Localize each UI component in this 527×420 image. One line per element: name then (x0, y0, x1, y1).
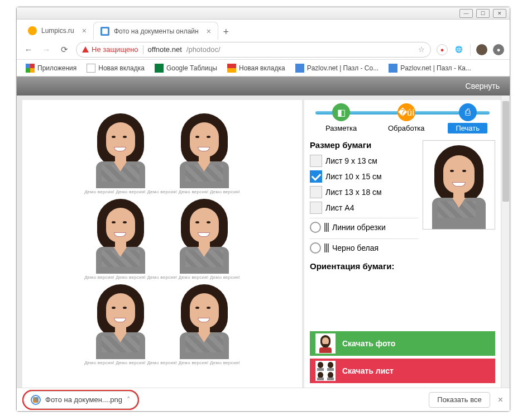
sliders-icon: �úí (397, 103, 415, 121)
watermark-text: Демо версия! Демо версия! Демо версия! Д… (79, 359, 246, 366)
scrollbar[interactable] (501, 96, 510, 388)
settings-panel: ◧Разметка �úíОбработка ⎙Печать Размер бу… (304, 100, 501, 388)
photo-grid: Демо версия! Демо версия! Демо версия! Д… (79, 110, 246, 366)
step-process[interactable]: �úíОбработка (380, 103, 433, 133)
checkbox[interactable] (310, 186, 322, 198)
url-host: offnote.net (148, 45, 182, 54)
close-icon[interactable]: × (498, 395, 503, 405)
radio-off[interactable] (310, 242, 321, 254)
star-icon[interactable]: ☆ (418, 45, 425, 54)
tab-photodoc[interactable]: Фото на документы онлайн × (93, 22, 218, 40)
reload-button[interactable]: ⟳ (58, 44, 70, 56)
bars-icon (324, 244, 329, 252)
ya-icon (227, 64, 236, 73)
show-all-button[interactable]: Показать все (429, 392, 490, 408)
tab-lumpics[interactable]: Lumpics.ru × (21, 22, 93, 40)
new-tab-button[interactable]: + (218, 24, 234, 40)
window-titlebar: — ☐ ✕ (17, 7, 510, 20)
downloads-right: Показать все × (429, 392, 503, 408)
bookmark-item[interactable]: Pazlov.net | Пазл - Ка... (385, 62, 475, 74)
photo-thumb-icon (315, 333, 336, 354)
close-window-button[interactable]: ✕ (493, 9, 506, 18)
bw-toggle[interactable]: Черно белая (310, 238, 418, 257)
browser-window: — ☐ ✕ Lumpics.ru × Фото на документы онл… (16, 7, 510, 412)
page-icon (87, 64, 95, 73)
bookmark-item[interactable]: Google Таблицы (151, 62, 221, 74)
download-item[interactable]: Фото на докумен....png ˄ (23, 391, 138, 409)
print-icon: ⎙ (459, 103, 477, 121)
toolbar: ← → ⟳ Не защищено offnote.net/photodoc/ … (17, 40, 510, 60)
size-option[interactable]: Лист 9 x 13 см (310, 153, 418, 169)
puzzle-icon (295, 64, 304, 73)
size-option[interactable]: Лист A4 (310, 200, 418, 216)
photo-cell (87, 281, 154, 359)
extension-icon[interactable]: ● (437, 44, 448, 55)
tab-title: Lumpics.ru (41, 27, 74, 35)
radio-off[interactable] (310, 222, 321, 233)
chevron-up-icon[interactable]: ˄ (127, 395, 131, 404)
app-main: Демо версия! Демо версия! Демо версия! Д… (17, 96, 510, 388)
scroll-thumb[interactable] (502, 101, 509, 202)
close-tab-icon[interactable]: × (207, 27, 211, 36)
file-icon (31, 395, 41, 405)
forward-button[interactable]: → (40, 44, 52, 56)
favicon-icon (28, 26, 37, 35)
cutlines-toggle[interactable]: Линии обрезки (310, 218, 418, 236)
address-bar[interactable]: Не защищено offnote.net/photodoc/ ☆ (76, 42, 431, 58)
photo-cell (87, 195, 154, 274)
bookmark-apps[interactable]: Приложения (22, 62, 80, 74)
size-option[interactable]: Лист 10 x 15 см (310, 169, 418, 184)
sheet-thumb-icon (315, 361, 336, 381)
watermark-text: Демо версия! Демо версия! Демо версия! Д… (79, 188, 246, 195)
panel-body: Размер бумаги Лист 9 x 13 см Лист 10 x 1… (304, 136, 501, 328)
photo-cell (171, 281, 238, 359)
close-tab-icon[interactable]: × (82, 26, 87, 35)
app-title: Фото на документы (25, 99, 105, 109)
download-sheet-button[interactable]: Скачать лист (310, 359, 495, 383)
downloads-bar: Фото на докумен....png ˄ Показать все × (17, 388, 510, 411)
bookmark-item[interactable]: Новая вкладка (224, 62, 289, 74)
photo-cell (171, 195, 238, 274)
maximize-button[interactable]: ☐ (476, 9, 490, 18)
photo-cell (171, 110, 238, 188)
steps-nav: ◧Разметка �úíОбработка ⎙Печать (304, 100, 501, 136)
action-buttons: Скачать фото Скачать лист (304, 328, 501, 388)
step-layout[interactable]: ◧Разметка (318, 103, 365, 133)
puzzle-icon (389, 64, 397, 73)
menu-separator (470, 44, 471, 55)
download-filename: Фото на докумен....png (45, 395, 122, 404)
checkbox[interactable] (310, 155, 322, 167)
paper-size-header: Размер бумаги (310, 140, 418, 150)
download-photo-button[interactable]: Скачать фото (310, 331, 495, 356)
checkbox-checked[interactable] (310, 170, 322, 183)
profile-avatar[interactable] (476, 44, 487, 55)
extension-icon[interactable]: 🌐 (453, 44, 464, 55)
security-status[interactable]: Не защищено (82, 45, 138, 54)
back-button[interactable]: ← (22, 44, 35, 56)
sheets-icon (155, 64, 164, 73)
photo-cell (87, 110, 154, 188)
orientation-header: Ориентация бумаги: (310, 261, 418, 271)
bookmark-item[interactable]: Новая вкладка (83, 62, 148, 74)
extensions: ● 🌐 ● (437, 44, 504, 55)
bookmarks-bar: Приложения Новая вкладка Google Таблицы … (17, 60, 510, 77)
checkbox[interactable] (310, 202, 322, 214)
minimize-button[interactable]: — (459, 9, 473, 18)
url-path: /photodoc/ (186, 45, 221, 54)
preview-thumbnail (423, 140, 495, 230)
warning-icon (82, 46, 89, 52)
size-option[interactable]: Лист 13 x 18 см (310, 184, 418, 200)
preview-sheet: Демо версия! Демо версия! Демо версия! Д… (22, 100, 302, 388)
bookmark-item[interactable]: Pazlov.net | Пазл - Со... (292, 62, 382, 74)
tab-title: Фото на документы онлайн (114, 27, 199, 35)
options: Размер бумаги Лист 9 x 13 см Лист 10 x 1… (310, 140, 418, 328)
step-print[interactable]: ⎙Печать (448, 103, 487, 133)
apps-icon (26, 64, 35, 73)
security-text: Не защищено (92, 45, 138, 54)
collapse-button[interactable]: Свернуть (466, 82, 500, 90)
bars-icon (324, 223, 329, 232)
page-content: Свернуть Фото на документы Демо версия! … (17, 77, 510, 388)
app-topbar: Свернуть (17, 77, 510, 96)
extension-icon[interactable]: ● (493, 44, 504, 55)
tab-strip: Lumpics.ru × Фото на документы онлайн × … (17, 20, 510, 40)
